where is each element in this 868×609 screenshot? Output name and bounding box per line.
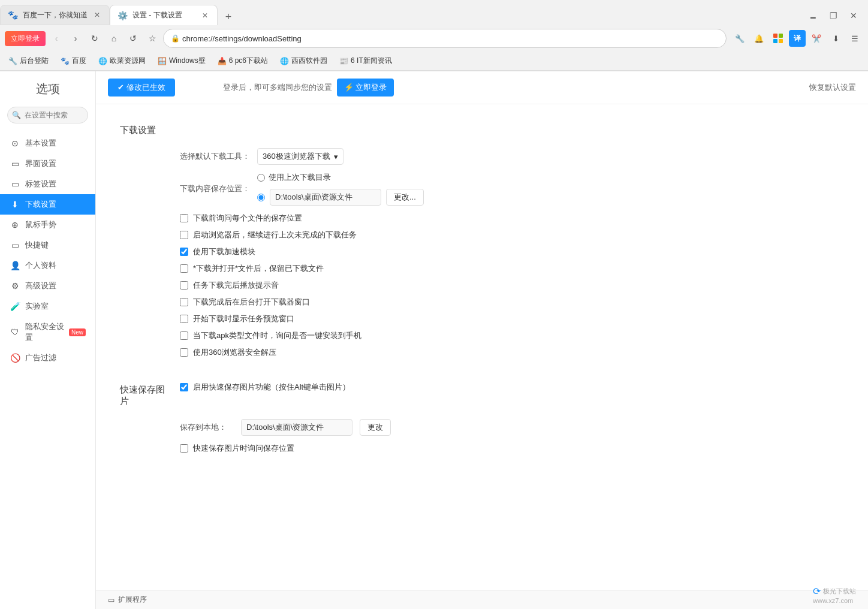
checkbox-continue-after-start[interactable]: 启动浏览器后，继续进行上次未完成的下载任务	[180, 230, 844, 240]
privacy-new-badge: New	[69, 328, 86, 336]
main-container: 选项 🔍 ⊙ 基本设置 ▭ 界面设置 ▭ 标签设置 ⬇ 下载设置 ⊕ 鼠标手势 …	[0, 71, 868, 609]
login-now-button[interactable]: ⚡ 立即登录	[337, 79, 394, 97]
bookmark-label-windows: Windows壁	[169, 56, 206, 66]
favorites-button[interactable]: ☆	[144, 30, 161, 47]
checkbox-ask-each-input[interactable]	[180, 214, 188, 222]
checkbox-accelerator-input[interactable]	[180, 248, 188, 256]
sidebar-item-basic[interactable]: ⊙ 基本设置	[0, 133, 95, 153]
checkbox-keep-input[interactable]	[180, 264, 188, 273]
top-login-button[interactable]: 立即登录	[5, 31, 46, 46]
window-restore-button[interactable]: ❐	[824, 6, 843, 25]
tab-settings[interactable]: ⚙️ 设置 - 下载设置 ✕	[110, 5, 218, 25]
radio-use-last-dir-input[interactable]	[257, 174, 265, 182]
checkbox-sound-label: 任务下载完后播放提示音	[193, 280, 279, 291]
sidebar-item-profile[interactable]: 👤 个人资料	[0, 255, 95, 276]
extensions-label: 扩展程序	[118, 595, 147, 605]
sidebar-label-profile: 个人资料	[25, 260, 56, 271]
checkbox-show-preview[interactable]: 开始下载时显示任务预览窗口	[180, 313, 844, 324]
checkbox-keep-after-open[interactable]: *下载并打开*文件后，保留已下载文件	[180, 263, 844, 274]
sidebar-item-ui[interactable]: ▭ 界面设置	[0, 153, 95, 174]
checkbox-quick-save-ask-input[interactable]	[180, 444, 188, 453]
checkbox-phone-label: 当下载apk类型文件时，询问是否一键安装到手机	[193, 330, 361, 341]
sidebar-label-basic: 基本设置	[25, 138, 56, 149]
tab-close-baidu[interactable]: ✕	[92, 10, 102, 20]
settings-search-box[interactable]: 🔍	[7, 107, 88, 123]
sidebar-item-advanced[interactable]: ⚙ 高级设置	[0, 276, 95, 296]
checkbox-phone-input[interactable]	[180, 331, 188, 340]
menu-icon[interactable]: ☰	[846, 30, 863, 47]
sidebar-item-privacy[interactable]: 🛡 隐私安全设置 New	[0, 316, 95, 348]
bookmark-label-xixi: 西西软件园	[291, 56, 327, 66]
tab-close-settings[interactable]: ✕	[200, 11, 210, 20]
download-section-title: 下载设置	[120, 122, 168, 136]
bookmark-windows[interactable]: 🪟 Windows壁	[154, 55, 209, 67]
save-path-radio-group: 使用上次下载目录 更改...	[257, 172, 424, 206]
bookmark-oulai[interactable]: 🌐 欧莱资源网	[95, 55, 149, 67]
checkbox-continue-label: 启动浏览器后，继续进行上次未完成的下载任务	[193, 230, 357, 240]
checkbox-manager-input[interactable]	[180, 298, 188, 306]
checkbox-sound-input[interactable]	[180, 281, 188, 290]
bookmark-dashboard[interactable]: 🔧 后台登陆	[5, 55, 52, 67]
checkbox-quick-save-ask[interactable]: 快速保存图片时询问保存位置	[180, 443, 844, 454]
settings-icon[interactable]: 🔧	[731, 30, 748, 47]
change-path-button[interactable]: 更改...	[386, 189, 424, 206]
bookmark-itnews[interactable]: 📰 6 IT新闻资讯	[336, 55, 396, 67]
notification-icon[interactable]: 🔔	[751, 30, 767, 47]
checkbox-install-to-phone[interactable]: 当下载apk类型文件时，询问是否一键安装到手机	[180, 330, 844, 341]
modify-button[interactable]: ✔ 修改已生效	[108, 79, 175, 97]
sidebar-item-mouse[interactable]: ⊕ 鼠标手势	[0, 215, 95, 235]
top-action-bar: ✔ 修改已生效 登录后，即可多端同步您的设置 ⚡ 立即登录 恢复默认设置	[96, 71, 868, 104]
tab-baidu[interactable]: 🐾 百度一下，你就知道 ✕	[0, 5, 110, 25]
quick-save-body: 启用快速保存图片功能（按住Alt键单击图片） 保存到本地： 更改 快速保存图片时…	[180, 382, 844, 454]
checkbox-use-accelerator[interactable]: 使用下载加速模块	[180, 246, 844, 257]
content-area: ✔ 修改已生效 登录后，即可多端同步您的设置 ⚡ 立即登录 恢复默认设置 下载设…	[96, 71, 868, 609]
checkbox-safe-extract[interactable]: 使用360浏览器安全解压	[180, 347, 844, 358]
forward-button[interactable]: ›	[67, 30, 84, 47]
sidebar-item-lab[interactable]: 🧪 实验室	[0, 296, 95, 316]
download-icon[interactable]: ⬇	[827, 30, 844, 47]
sidebar-label-ui: 界面设置	[25, 158, 56, 169]
new-tab-button[interactable]: +	[220, 8, 237, 25]
extensions-item[interactable]: ▭ 扩展程序	[108, 595, 147, 605]
radio-custom-dir-input[interactable]	[257, 194, 265, 201]
bookmark-label-baidu: 百度	[72, 56, 86, 66]
history-back-button[interactable]: ↺	[125, 30, 141, 47]
sidebar-item-download[interactable]: ⬇ 下载设置	[0, 194, 95, 215]
home-button[interactable]: ⌂	[106, 30, 122, 47]
bookmark-pc6[interactable]: 📥 6 pc6下载站	[214, 55, 272, 67]
refresh-button[interactable]: ↻	[86, 30, 103, 47]
radio-custom-dir[interactable]	[257, 194, 265, 201]
sidebar-item-adfilter[interactable]: 🚫 广告过滤	[0, 348, 95, 368]
ms-apps-icon[interactable]	[770, 30, 786, 47]
sidebar-item-shortcut[interactable]: ▭ 快捷键	[0, 235, 95, 255]
extensions-icon: ▭	[108, 596, 114, 604]
login-info-text: 登录后，即可多端同步您的设置	[223, 82, 332, 93]
checkbox-ask-each[interactable]: 下载前询问每个文件的保存位置	[180, 213, 844, 224]
tab-favicon-settings: ⚙️	[117, 11, 128, 20]
checkbox-play-sound[interactable]: 任务下载完后播放提示音	[180, 280, 844, 291]
quick-save-change-button[interactable]: 更改	[360, 419, 391, 436]
window-minimize-button[interactable]: 🗕	[803, 6, 822, 25]
sidebar-item-tabs[interactable]: ▭ 标签设置	[0, 174, 95, 194]
checkbox-extract-input[interactable]	[180, 348, 188, 357]
checkbox-continue-input[interactable]	[180, 231, 188, 239]
bookmark-baidu[interactable]: 🐾 百度	[57, 55, 90, 67]
bookmark-xixi[interactable]: 🌐 西西软件园	[276, 55, 331, 67]
quick-save-path-input[interactable]	[241, 419, 352, 436]
window-close-button[interactable]: ✕	[844, 6, 863, 25]
download-tool-label: 选择默认下载工具：	[180, 151, 250, 162]
url-bar[interactable]: 🔒 chrome://settings/downloadSetting	[163, 29, 727, 48]
checkbox-preview-input[interactable]	[180, 315, 188, 323]
download-tool-row: 选择默认下载工具： 360极速浏览器下载 ▾	[180, 148, 844, 165]
checkbox-enable-quick-save[interactable]: 启用快速保存图片功能（按住Alt键单击图片）	[180, 382, 844, 393]
translate-icon[interactable]: 译	[789, 30, 806, 47]
tools-icon[interactable]: ✂️	[808, 30, 825, 47]
checkbox-open-manager-bg[interactable]: 下载完成后在后台打开下载器窗口	[180, 297, 844, 307]
quick-save-path-label: 保存到本地：	[180, 422, 234, 433]
back-button[interactable]: ‹	[48, 30, 65, 47]
download-tool-select[interactable]: 360极速浏览器下载 ▾	[257, 148, 343, 165]
radio-use-last-dir[interactable]: 使用上次下载目录	[257, 172, 424, 183]
restore-defaults-button[interactable]: 恢复默认设置	[809, 82, 856, 93]
custom-path-input[interactable]	[270, 189, 381, 206]
checkbox-quick-save-input[interactable]	[180, 383, 188, 391]
